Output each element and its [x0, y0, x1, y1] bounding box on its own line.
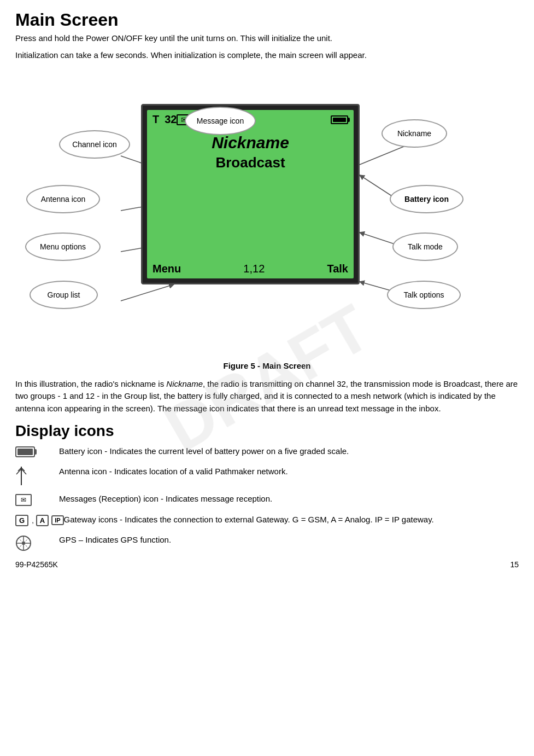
figure-area: T 32 ✉ Nickname Broadcast Menu 1,12 Talk… — [15, 71, 529, 356]
antenna-icon-cell — [15, 466, 59, 485]
screen-t-label: T — [152, 113, 159, 126]
talk-options-label: Talk options — [387, 281, 461, 309]
antenna-icon-label: Antenna icon — [26, 185, 100, 213]
message-icon-label: Message icon — [185, 107, 256, 135]
message-display-icon: ✉ — [15, 494, 32, 506]
body-text: In this illustration, the radio's nickna… — [15, 378, 519, 415]
antenna-icon-row: Antenna icon - Indicates location of a v… — [15, 466, 519, 485]
gateway-icon-row: G , A IP Gateway icons - Indicates the c… — [15, 514, 519, 526]
footer: 99-P42565K 15 — [15, 560, 519, 569]
screen-nickname: Nickname — [152, 133, 348, 152]
message-icon-cell: ✉ — [15, 493, 59, 506]
footer-part-number: 99-P42565K — [15, 560, 58, 569]
screen-group-num: 1,12 — [243, 263, 265, 275]
gateway-icon-cell: G , A IP — [15, 514, 64, 526]
channel-icon-label: Channel icon — [59, 130, 130, 159]
message-icon-row: ✉ Messages (Reception) icon - Indicates … — [15, 493, 519, 506]
gps-icon-desc: GPS – Indicates GPS function. — [59, 534, 519, 546]
message-icon-desc: Messages (Reception) icon - Indicates me… — [59, 493, 519, 505]
screen-battery-icon — [331, 115, 348, 124]
battery-icon-label: Battery icon — [390, 185, 463, 213]
menu-options-label: Menu options — [25, 232, 101, 261]
gps-icon-row: GPS – Indicates GPS function. — [15, 534, 519, 551]
ip-gateway-icon: IP — [51, 515, 63, 525]
gps-icon-cell — [15, 534, 59, 551]
group-list-label: Group list — [30, 281, 98, 309]
analog-gateway-icon: A — [36, 515, 49, 526]
antenna-icon-desc: Antenna icon - Indicates location of a v… — [59, 466, 519, 478]
gsm-gateway-icon: G — [15, 515, 28, 526]
battery-icon-row: Battery icon - Indicates the current lev… — [15, 445, 519, 458]
screen-talk-label: Talk — [327, 263, 348, 275]
page-title: Main Screen — [15, 10, 519, 30]
intro-paragraph-2: Initialization can take a few seconds. W… — [15, 49, 519, 62]
svg-line-7 — [121, 284, 174, 301]
screen-broadcast: Broadcast — [152, 154, 348, 171]
battery-display-icon — [15, 446, 35, 457]
battery-icon-desc: Battery icon - Indicates the current lev… — [59, 445, 519, 458]
radio-device: T 32 ✉ Nickname Broadcast Menu 1,12 Talk — [141, 104, 360, 284]
footer-page-number: 15 — [510, 560, 519, 569]
gateway-icon-desc: Gateway icons - Indicates the connection… — [64, 514, 519, 526]
nickname-label: Nickname — [382, 119, 447, 148]
gps-display-icon — [15, 535, 32, 551]
battery-icon-cell — [15, 445, 59, 457]
screen-menu-label: Menu — [152, 263, 181, 275]
intro-paragraph-1: Press and hold the Power ON/OFF key unti… — [15, 32, 519, 45]
figure-caption: Figure 5 - Main Screen — [15, 360, 519, 373]
antenna-display-icon — [15, 467, 27, 485]
talk-mode-label: Talk mode — [392, 232, 458, 261]
display-icons-title: Display icons — [15, 422, 519, 440]
radio-screen: T 32 ✉ Nickname Broadcast Menu 1,12 Talk — [147, 110, 354, 278]
screen-channel: 32 — [165, 113, 177, 126]
